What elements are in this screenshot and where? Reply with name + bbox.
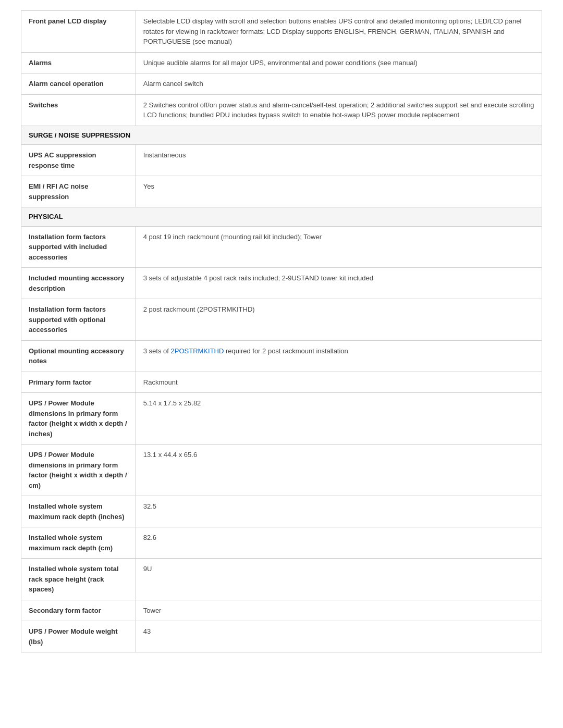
- row-label-17: Installed whole system total rack space …: [21, 559, 136, 600]
- row-value-5: Instantaneous: [136, 145, 542, 176]
- row-label-11: Optional mounting accessory notes: [21, 340, 136, 372]
- row-label-8: Installation form factors supported with…: [21, 226, 136, 268]
- row-value-9: 3 sets of adjustable 4 post rack rails i…: [136, 268, 542, 299]
- row-value-18: Tower: [136, 600, 542, 621]
- row-label-1: Alarms: [21, 52, 136, 73]
- row-label-0: Front panel LCD display: [21, 11, 136, 53]
- row-value-6: Yes: [136, 176, 542, 207]
- accessory-link[interactable]: 2POSTRMKITHD: [171, 347, 224, 355]
- row-value-11: 3 sets of 2POSTRMKITHD required for 2 po…: [136, 340, 542, 372]
- row-label-19: UPS / Power Module weight (lbs): [21, 621, 136, 652]
- row-label-10: Installation form factors supported with…: [21, 299, 136, 341]
- row-label-12: Primary form factor: [21, 372, 136, 393]
- row-value-1: Unique audible alarms for all major UPS,…: [136, 52, 542, 73]
- row-value-15: 32.5: [136, 496, 542, 527]
- row-value-13: 5.14 x 17.5 x 25.82: [136, 393, 542, 445]
- row-value-10: 2 post rackmount (2POSTRMKITHD): [136, 299, 542, 341]
- row-label-16: Installed whole system maximum rack dept…: [21, 527, 136, 559]
- specs-table: Front panel LCD displaySelectable LCD di…: [21, 10, 542, 652]
- section-header-4: SURGE / NOISE SUPPRESSION: [21, 126, 542, 145]
- row-label-2: Alarm cancel operation: [21, 73, 136, 95]
- row-label-3: Switches: [21, 94, 136, 126]
- row-label-9: Included mounting accessory description: [21, 268, 136, 299]
- row-value-14: 13.1 x 44.4 x 65.6: [136, 445, 542, 496]
- row-value-8: 4 post 19 inch rackmount (mounting rail …: [136, 226, 542, 268]
- row-value-17: 9U: [136, 559, 542, 600]
- row-value-3: 2 Switches control off/on power status a…: [136, 94, 542, 126]
- row-label-13: UPS / Power Module dimensions in primary…: [21, 393, 136, 445]
- row-label-5: UPS AC suppression response time: [21, 145, 136, 176]
- row-value-16: 82.6: [136, 527, 542, 559]
- row-label-15: Installed whole system maximum rack dept…: [21, 496, 136, 527]
- row-label-14: UPS / Power Module dimensions in primary…: [21, 445, 136, 496]
- row-label-18: Secondary form factor: [21, 600, 136, 621]
- row-label-6: EMI / RFI AC noise suppression: [21, 176, 136, 207]
- row-value-0: Selectable LCD display with scroll and s…: [136, 11, 542, 53]
- row-value-12: Rackmount: [136, 372, 542, 393]
- section-header-7: PHYSICAL: [21, 207, 542, 227]
- row-value-2: Alarm cancel switch: [136, 73, 542, 95]
- row-value-19: 43: [136, 621, 542, 652]
